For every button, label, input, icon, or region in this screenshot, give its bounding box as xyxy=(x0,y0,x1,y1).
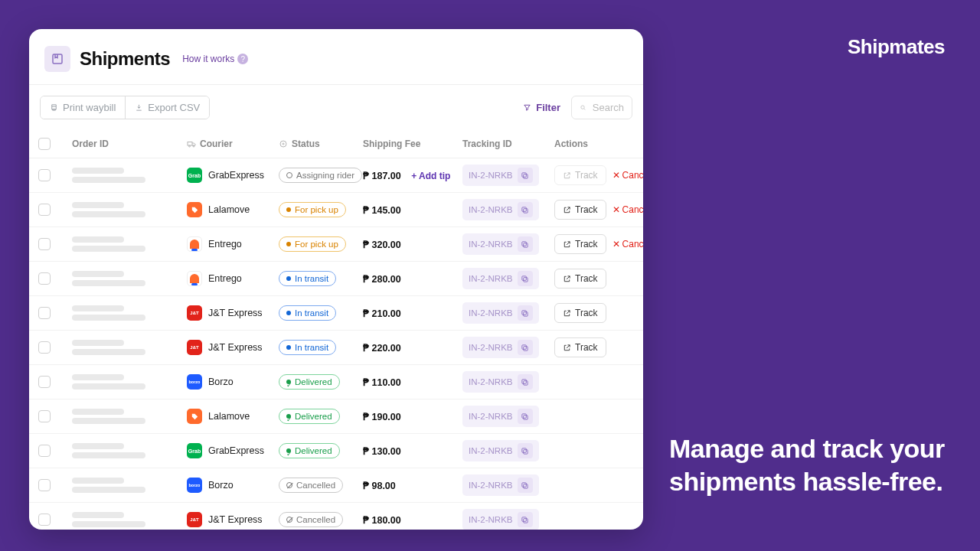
tracking-id-chip: IN-2-NRKB xyxy=(462,406,539,427)
row-checkbox[interactable] xyxy=(38,204,51,216)
truck-icon xyxy=(187,139,196,148)
svg-point-5 xyxy=(193,145,194,147)
copy-icon xyxy=(521,275,529,283)
table-row: J&T J&T Express Cancelled ₱ 180.00 IN-2-… xyxy=(29,503,643,530)
courier-name: Entrego xyxy=(208,273,242,284)
filter-icon xyxy=(523,103,531,112)
cancel-button[interactable]: ✕Cancel xyxy=(612,204,643,215)
track-button[interactable]: Track xyxy=(554,337,606,357)
svg-rect-9 xyxy=(522,172,527,177)
copy-icon xyxy=(521,240,529,249)
tracking-id-chip: IN-2-NRKB xyxy=(462,337,539,358)
copy-tracking-button[interactable] xyxy=(518,443,533,458)
row-checkbox[interactable] xyxy=(38,341,51,354)
copy-icon xyxy=(521,206,529,214)
svg-rect-25 xyxy=(522,448,527,452)
cancel-button[interactable]: ✕Cancel xyxy=(612,239,643,249)
tracking-id-cell: IN-2-NRKB xyxy=(462,165,554,186)
svg-rect-15 xyxy=(522,276,527,280)
how-it-works-link[interactable]: How it works ? xyxy=(182,54,248,64)
copy-tracking-button[interactable] xyxy=(518,305,533,321)
courier-name: Borzo xyxy=(208,480,234,491)
row-checkbox[interactable] xyxy=(38,445,51,457)
copy-tracking-button[interactable] xyxy=(518,374,533,390)
shipping-fee-cell: ₱ 190.00 xyxy=(363,411,462,422)
fee-value: ₱ 180.00 xyxy=(363,515,401,526)
track-button[interactable]: Track xyxy=(554,269,606,289)
filter-label: Filter xyxy=(536,102,560,113)
courier-name: Borzo xyxy=(208,377,234,387)
track-button[interactable]: Track xyxy=(554,200,606,220)
status-dot-icon xyxy=(286,517,292,523)
copy-tracking-button[interactable] xyxy=(518,512,533,527)
tracking-id-chip: IN-2-NRKB xyxy=(462,268,539,289)
print-waybill-button[interactable]: Print waybill xyxy=(41,96,126,119)
copy-icon xyxy=(521,481,529,490)
search-input[interactable]: Search xyxy=(571,96,632,119)
row-checkbox[interactable] xyxy=(38,169,51,181)
tracking-id-chip: IN-2-NRKB xyxy=(462,440,539,461)
status-cell: For pick up xyxy=(279,202,363,217)
svg-rect-21 xyxy=(522,379,527,383)
track-button[interactable]: Track xyxy=(554,303,606,323)
svg-rect-3 xyxy=(188,142,192,146)
cancel-button[interactable]: ✕Cancel xyxy=(612,170,643,181)
status-dot-icon xyxy=(286,311,291,315)
actions-cell: Track✕Cancel xyxy=(554,234,643,254)
order-id-skeleton xyxy=(72,409,187,424)
order-id-skeleton xyxy=(72,168,187,183)
select-all-checkbox[interactable] xyxy=(38,138,51,150)
window-header: Shipments How it works ? xyxy=(29,29,643,84)
row-checkbox[interactable] xyxy=(38,479,51,491)
row-checkbox[interactable] xyxy=(38,514,51,526)
courier-cell: Entrego xyxy=(187,236,279,252)
svg-rect-28 xyxy=(524,518,528,523)
courier-logo: J&T xyxy=(187,340,202,355)
fee-value: ₱ 190.00 xyxy=(363,412,401,422)
print-waybill-label: Print waybill xyxy=(63,102,116,113)
copy-tracking-button[interactable] xyxy=(518,340,533,355)
status-dot-icon xyxy=(286,172,292,178)
download-icon xyxy=(135,103,143,112)
tracking-id-chip: IN-2-NRKB xyxy=(462,165,539,186)
table-row: Grab GrabExpress Delivered ₱ 130.00 IN-2… xyxy=(29,434,643,468)
shipping-fee-cell: ₱ 320.00 xyxy=(363,239,462,250)
copy-tracking-button[interactable] xyxy=(518,168,533,183)
table-row: Lalamove Delivered ₱ 190.00 IN-2-NRKB xyxy=(29,399,643,434)
copy-icon xyxy=(521,378,529,386)
row-checkbox[interactable] xyxy=(38,376,51,388)
add-tip-button[interactable]: + Add tip xyxy=(411,171,450,181)
filter-button[interactable]: Filter xyxy=(523,102,560,113)
copy-tracking-button[interactable] xyxy=(518,478,533,493)
track-button[interactable]: Track xyxy=(554,234,606,254)
status-badge: Assigning rider xyxy=(279,168,362,183)
copy-tracking-button[interactable] xyxy=(518,409,533,424)
copy-tracking-button[interactable] xyxy=(518,236,533,252)
row-checkbox[interactable] xyxy=(38,238,51,250)
courier-cell: borzo Borzo xyxy=(187,478,279,493)
status-badge: Delivered xyxy=(279,374,340,390)
copy-icon xyxy=(521,309,529,318)
actions-cell: Track xyxy=(554,337,643,357)
table-row: Entrego For pick up ₱ 320.00 IN-2-NRKB T… xyxy=(29,227,643,262)
tracking-id-chip: IN-2-NRKB xyxy=(462,302,539,324)
copy-tracking-button[interactable] xyxy=(518,271,533,286)
order-id-skeleton xyxy=(72,340,187,355)
courier-name: J&T Express xyxy=(208,342,263,353)
row-checkbox[interactable] xyxy=(38,272,51,285)
row-checkbox[interactable] xyxy=(38,307,51,319)
export-csv-button[interactable]: Export CSV xyxy=(126,96,209,119)
table-row: borzo Borzo Cancelled ₱ 98.00 IN-2-NRKB xyxy=(29,468,643,503)
svg-rect-10 xyxy=(524,208,528,213)
copy-icon xyxy=(521,171,529,180)
row-checkbox[interactable] xyxy=(38,410,51,422)
close-icon: ✕ xyxy=(612,204,620,215)
courier-name: GrabExpress xyxy=(208,445,264,456)
tagline-text: Manage and track your shipments hassle-f… xyxy=(669,432,945,497)
svg-rect-27 xyxy=(522,482,527,487)
svg-rect-20 xyxy=(524,380,528,385)
copy-tracking-button[interactable] xyxy=(518,202,533,217)
status-dot-icon xyxy=(286,448,291,453)
courier-cell: J&T J&T Express xyxy=(187,305,279,321)
shipping-fee-cell: ₱ 220.00 xyxy=(363,342,462,354)
